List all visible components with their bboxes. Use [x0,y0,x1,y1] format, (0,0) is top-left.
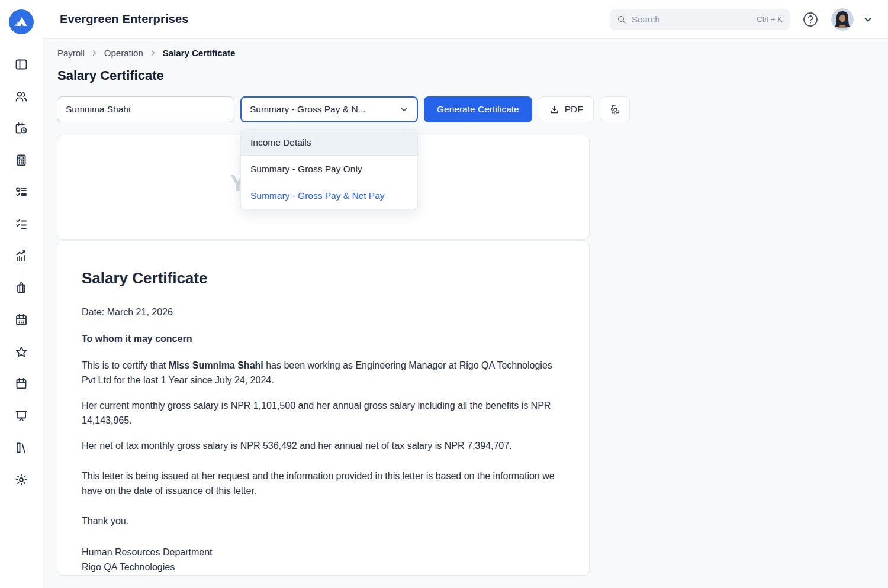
gear-icon [610,104,621,115]
star-favorites-icon[interactable] [14,344,29,360]
certificate-document-card: Salary Certificate Date: March 21, 2026 … [57,240,590,576]
certificate-salutation: To whom it may concern [82,331,566,346]
pdf-button-label: PDF [565,104,583,115]
task-list-icon[interactable] [14,185,29,200]
template-select[interactable]: Summary - Gross Pay & N... [240,96,418,122]
search-shortcut-hint: Ctrl + K [757,15,783,24]
para1-employee-name: Miss Sumnima Shahi [169,360,263,370]
breadcrumb-salary-certificate: Salary Certificate [163,48,236,58]
certificate-heading: Salary Certificate [82,269,565,287]
template-dropdown-menu: Income Details Summary - Gross Pay Only … [240,129,418,209]
company-title: Evergreen Enterprises [60,12,189,26]
pdf-download-button[interactable]: PDF [539,96,594,122]
page-title: Salary Certificate [57,68,164,83]
breadcrumb-operation[interactable]: Operation [104,48,143,58]
breadcrumb-payroll[interactable]: Payroll [57,48,85,58]
dropdown-option-summary-gross-net[interactable]: Summary - Gross Pay & Net Pay [241,183,417,209]
employees-icon[interactable] [14,89,29,104]
user-avatar[interactable] [831,8,854,31]
breadcrumb-chevron-icon [149,49,157,57]
presentation-board-icon[interactable] [14,408,29,424]
generate-certificate-button[interactable]: Generate Certificate [424,96,532,122]
certificate-paragraph-2: Her current monthly gross salary is NPR … [82,398,566,428]
search-input[interactable] [632,14,732,24]
briefcase-icon[interactable] [14,280,29,296]
breadcrumb-chevron-icon [91,49,98,57]
library-books-icon[interactable] [14,440,29,455]
chevron-down-icon [400,105,408,114]
global-search[interactable]: Ctrl + K [610,9,790,30]
certificate-signature-department: Human Resources Department [82,545,566,560]
dropdown-option-summary-gross-only[interactable]: Summary - Gross Pay Only [241,156,417,182]
calendar-icon[interactable] [14,376,29,392]
calendar-dots-icon[interactable] [14,312,29,328]
panel-toggle-icon[interactable] [14,57,29,72]
certificate-paragraph-4: This letter is being issued at her reque… [82,469,566,498]
certificate-paragraph-1: This is to certify that Miss Sumnima Sha… [82,358,566,387]
controls-row: Summary - Gross Pay & N... Generate Cert… [57,96,630,122]
attendance-calendar-clock-icon[interactable] [14,121,29,136]
help-icon[interactable] [803,12,818,27]
settings-gear-icon[interactable] [14,472,29,487]
certificate-signature-company: Rigo QA Technologies [82,560,566,574]
para1-prefix: This is to certify that [82,360,169,370]
certificate-paragraph-3: Her net of tax monthly gross salary is N… [82,438,566,453]
checklist-icon[interactable] [14,217,29,232]
sidebar [0,0,43,588]
certificate-closing: Thank you. [82,513,566,528]
search-icon [617,15,626,24]
calculator-icon[interactable] [14,153,29,168]
download-icon [549,105,559,115]
top-header: Evergreen Enterprises Ctrl + K [43,0,888,39]
main-content: Payroll Operation Salary Certificate Sal… [43,39,888,588]
app-logo-icon[interactable] [9,9,34,34]
breadcrumb: Payroll Operation Salary Certificate [57,48,235,58]
dropdown-option-income-details[interactable]: Income Details [241,130,417,156]
app-frame: Evergreen Enterprises Ctrl + K [0,0,888,588]
employee-name-input[interactable] [57,96,234,122]
user-menu-chevron-down-icon[interactable] [863,15,873,24]
analytics-chart-icon[interactable] [14,248,29,264]
sidebar-nav [14,57,29,487]
certificate-settings-button[interactable] [601,96,630,122]
certificate-date: Date: March 21, 2026 [82,305,566,319]
template-select-value: Summary - Gross Pay & N... [250,104,366,115]
